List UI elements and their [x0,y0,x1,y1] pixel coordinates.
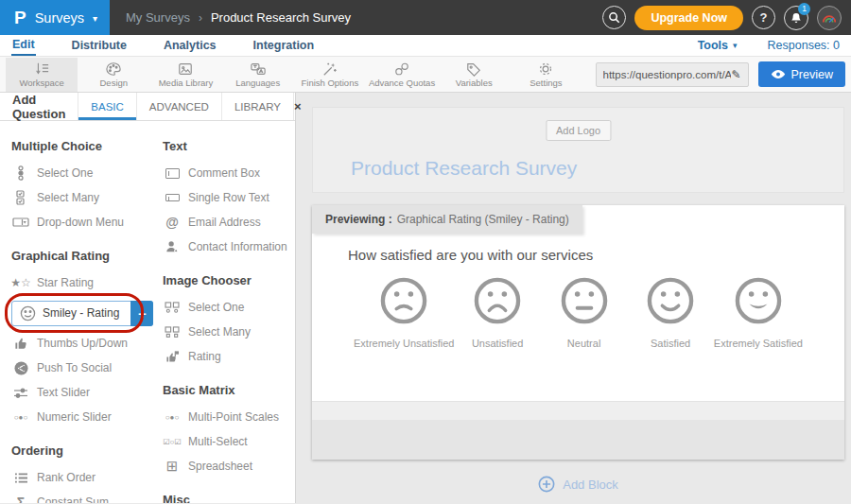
qtype-constant-sum[interactable]: Σ Constant Sum [11,490,163,503]
checkbox-list-icon [11,190,30,205]
smiley-option-satisfied[interactable]: Satisfied [627,276,713,349]
add-question-button[interactable]: + [130,301,153,326]
smiley-icon [18,305,37,322]
section-heading: Image Chooser [163,273,293,287]
multi-select-icon: ☑○☑ [163,438,182,446]
smiley-label: Extremely Unsatisfied [354,338,454,349]
toolbar-label: Workspace [19,78,63,88]
brand-menu[interactable]: P Surveys ▾ [0,0,110,35]
question-text[interactable]: How satisfied are you with our services [348,247,844,263]
qtype-spreadsheet[interactable]: ⊞ Spreadsheet [163,454,293,478]
qtype-comment-box[interactable]: Comment Box [163,161,293,185]
tab-advanced[interactable]: ADVANCED [137,93,222,120]
breadcrumb-separator-icon: › [199,11,202,25]
qtype-numeric-slider[interactable]: ○●○ Numeric Slider [11,405,163,429]
questionpro-logo-icon: P [14,8,26,28]
qtype-dropdown-menu[interactable]: Drop-down Menu [11,210,163,235]
dropdown-icon [11,217,30,228]
survey-title[interactable]: Product Research Survey [351,157,577,180]
qtype-image-rating[interactable]: Rating [163,344,293,369]
links-icon [393,61,410,77]
qtype-push-to-social[interactable]: Push To Social [11,356,163,380]
slider-icon [11,387,30,399]
survey-header-card: Add Logo Product Research Survey [312,107,844,193]
tab-basic[interactable]: BASIC [78,93,137,120]
previewing-tab: Previewing : Graphical Rating (Smiley - … [312,205,582,234]
qtype-select-many[interactable]: Select Many [11,185,163,210]
tab-library[interactable]: LIBRARY [222,93,294,120]
toolbar-workspace[interactable]: Workspace [6,58,78,92]
tab-integration[interactable]: Integration [252,37,316,55]
survey-canvas: Add Logo Product Research Survey Preview… [296,93,851,503]
tab-edit[interactable]: Edit [11,36,36,56]
qtype-rank-order[interactable]: Rank Order [11,465,163,490]
question-type-column-2: Text Comment Box Single Row Text @ Email… [163,125,293,503]
qtype-select-one[interactable]: Select One [11,161,163,185]
toolbar-media-library[interactable]: Media Library [149,58,221,92]
toolbar-advance-quotas[interactable]: Advance Quotas [366,58,438,92]
qtype-contact-information[interactable]: Contact Information [163,235,293,259]
tab-analytics[interactable]: Analytics [163,37,217,55]
magic-wand-icon [321,61,339,77]
search-button[interactable] [602,6,626,29]
smiley-option-neutral[interactable]: Neutral [541,276,627,349]
question-mark-icon: ? [760,10,768,25]
toolbar-label: Media Library [159,78,214,88]
qtype-label: Star Rating [37,276,94,289]
breadcrumb-parent[interactable]: My Surveys [126,10,190,25]
qtype-multi-point-scales[interactable]: ○●○ Multi-Point Scales [163,405,293,429]
qtype-label: Rating [188,350,221,363]
tab-distribute[interactable]: Distribute [71,37,128,55]
tools-label: Tools [698,39,728,52]
survey-url-field[interactable]: https://questionpro.com/t/A ✎ [596,62,749,87]
breadcrumb-current: Product Research Survey [211,10,351,25]
comment-box-icon [163,168,182,179]
toolbar-variables[interactable]: Variables [438,58,510,92]
tag-icon [465,61,482,77]
toolbar-label: Languages [235,78,280,88]
qtype-label: Select Many [37,191,99,204]
question-preview-body: Previewing : Graphical Rating (Smiley - … [312,205,844,401]
qtype-star-rating[interactable]: ★☆ Star Rating [11,270,163,295]
notification-badge: 1 [798,3,810,15]
add-block-label: Add Block [563,478,618,492]
qtype-image-select-many[interactable]: Select Many [163,320,293,344]
smiley-option-unsatisfied[interactable]: Unsatisfied [454,276,540,349]
toolbar-finish-options[interactable]: Finish Options [294,58,366,92]
add-block-button[interactable]: Add Block [312,476,844,493]
avatar[interactable] [817,6,842,30]
qtype-smiley-rating[interactable]: Smiley - Rating + [11,301,153,326]
add-question-title: Add Question [0,93,78,120]
smiley-option-extremely-satisfied[interactable]: Extremely Satisfied [714,276,803,349]
qtype-email-address[interactable]: @ Email Address [163,210,293,235]
qtype-thumbs-up-down[interactable]: Thumbs Up/Down [11,331,163,356]
brand-label: Surveys [35,10,84,26]
add-logo-button[interactable]: Add Logo [546,120,611,141]
edit-url-icon[interactable]: ✎ [731,68,740,81]
qtype-text-slider[interactable]: Text Slider [11,380,163,405]
smiley-option-extremely-unsatisfied[interactable]: Extremely Unsatisfied [354,276,454,349]
qtype-image-select-one[interactable]: Select One [163,295,293,320]
qtype-label: Smiley - Rating [43,306,125,320]
tools-menu[interactable]: Tools ▾ [698,39,738,52]
smile-icon [646,276,695,325]
workspace-icon [33,61,50,77]
qtype-single-row-text[interactable]: Single Row Text [163,185,293,210]
toolbar-design[interactable]: Design [78,58,149,92]
radio-list-icon [11,165,30,181]
smiley-label: Neutral [567,338,600,349]
preview-button[interactable]: Preview [758,61,845,87]
toolbar-settings[interactable]: Settings [510,58,582,92]
qtype-multi-select[interactable]: ☑○☑ Multi-Select [163,429,293,454]
qtype-label: Multi-Point Scales [188,410,279,424]
help-button[interactable]: ? [752,6,775,29]
qtype-label: Email Address [188,216,261,229]
responses-count[interactable]: Responses: 0 [768,39,840,52]
qtype-label: Contact Information [188,240,287,253]
upgrade-now-button[interactable]: Upgrade Now [634,6,743,30]
toolbar-languages[interactable]: Languages [222,58,294,92]
section-heading: Graphical Rating [11,249,163,263]
rank-order-icon [11,472,30,484]
notifications-button[interactable]: 1 [784,6,808,30]
person-icon [163,240,182,253]
